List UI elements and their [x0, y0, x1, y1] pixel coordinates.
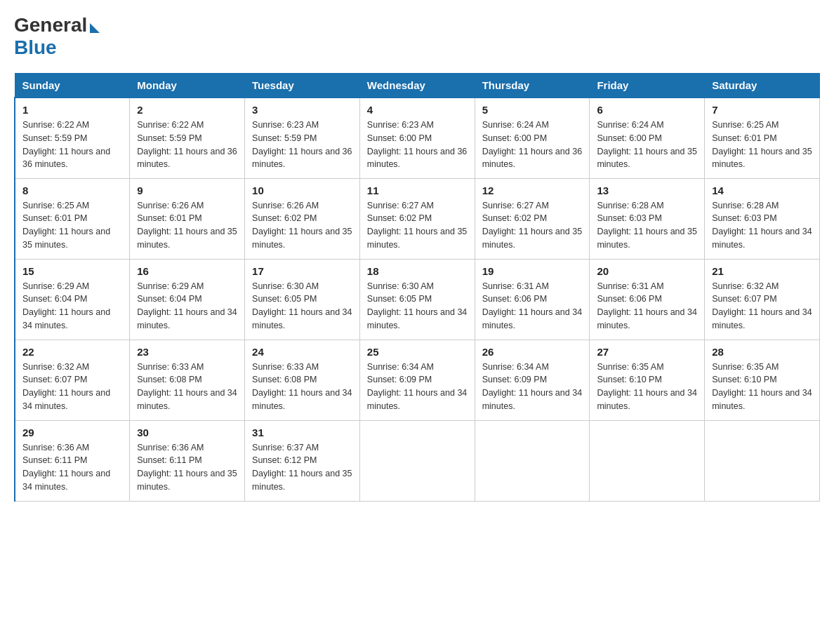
- day-number: 1: [22, 104, 122, 116]
- day-info: Sunrise: 6:22 AM Sunset: 5:59 PM Dayligh…: [137, 119, 237, 171]
- calendar-cell: 10 Sunrise: 6:26 AM Sunset: 6:02 PM Dayl…: [245, 178, 360, 259]
- day-info: Sunrise: 6:34 AM Sunset: 6:09 PM Dayligh…: [482, 361, 583, 413]
- calendar-cell: [359, 420, 475, 501]
- day-number: 10: [252, 185, 352, 196]
- day-info: Sunrise: 6:29 AM Sunset: 6:04 PM Dayligh…: [22, 280, 122, 333]
- calendar-cell: 21 Sunrise: 6:32 AM Sunset: 6:07 PM Dayl…: [705, 259, 820, 340]
- day-number: 16: [137, 265, 237, 277]
- day-number: 28: [712, 346, 812, 358]
- day-number: 6: [597, 104, 697, 116]
- day-number: 12: [482, 185, 583, 196]
- day-info: Sunrise: 6:25 AM Sunset: 6:01 PM Dayligh…: [712, 119, 812, 171]
- column-header-monday: Monday: [130, 74, 245, 98]
- day-info: Sunrise: 6:25 AM Sunset: 6:01 PM Dayligh…: [22, 199, 122, 252]
- column-header-thursday: Thursday: [475, 74, 590, 98]
- day-number: 23: [137, 346, 237, 358]
- day-info: Sunrise: 6:24 AM Sunset: 6:00 PM Dayligh…: [482, 119, 583, 171]
- day-number: 20: [597, 265, 697, 277]
- calendar-cell: 25 Sunrise: 6:34 AM Sunset: 6:09 PM Dayl…: [359, 340, 475, 420]
- calendar-cell: 4 Sunrise: 6:23 AM Sunset: 6:00 PM Dayli…: [359, 98, 475, 178]
- day-info: Sunrise: 6:36 AM Sunset: 6:11 PM Dayligh…: [137, 441, 237, 494]
- calendar-cell: 13 Sunrise: 6:28 AM Sunset: 6:03 PM Dayl…: [590, 178, 705, 259]
- calendar-cell: 27 Sunrise: 6:35 AM Sunset: 6:10 PM Dayl…: [590, 340, 705, 420]
- day-number: 18: [367, 265, 468, 277]
- day-number: 13: [597, 185, 697, 196]
- calendar-cell: 9 Sunrise: 6:26 AM Sunset: 6:01 PM Dayli…: [130, 178, 245, 259]
- day-info: Sunrise: 6:26 AM Sunset: 6:01 PM Dayligh…: [137, 199, 237, 252]
- day-number: 24: [252, 346, 352, 358]
- calendar-cell: 18 Sunrise: 6:30 AM Sunset: 6:05 PM Dayl…: [359, 259, 475, 340]
- calendar-table: SundayMondayTuesdayWednesdayThursdayFrid…: [14, 73, 820, 502]
- column-header-tuesday: Tuesday: [245, 74, 360, 98]
- calendar-cell: 7 Sunrise: 6:25 AM Sunset: 6:01 PM Dayli…: [705, 98, 820, 178]
- calendar-cell: 5 Sunrise: 6:24 AM Sunset: 6:00 PM Dayli…: [475, 98, 590, 178]
- calendar-cell: 14 Sunrise: 6:28 AM Sunset: 6:03 PM Dayl…: [705, 178, 820, 259]
- day-info: Sunrise: 6:34 AM Sunset: 6:09 PM Dayligh…: [367, 361, 468, 413]
- day-number: 7: [712, 104, 812, 116]
- calendar-cell: 8 Sunrise: 6:25 AM Sunset: 6:01 PM Dayli…: [15, 178, 130, 259]
- day-info: Sunrise: 6:28 AM Sunset: 6:03 PM Dayligh…: [712, 199, 812, 252]
- day-info: Sunrise: 6:32 AM Sunset: 6:07 PM Dayligh…: [712, 280, 812, 333]
- calendar-cell: 3 Sunrise: 6:23 AM Sunset: 5:59 PM Dayli…: [245, 98, 360, 178]
- day-number: 25: [367, 346, 468, 358]
- calendar-cell: 16 Sunrise: 6:29 AM Sunset: 6:04 PM Dayl…: [130, 259, 245, 340]
- calendar-cell: 15 Sunrise: 6:29 AM Sunset: 6:04 PM Dayl…: [15, 259, 130, 340]
- day-number: 5: [482, 104, 583, 116]
- day-info: Sunrise: 6:31 AM Sunset: 6:06 PM Dayligh…: [597, 280, 697, 333]
- calendar-cell: [705, 420, 820, 501]
- logo-general-text: General: [14, 14, 87, 36]
- calendar-cell: 26 Sunrise: 6:34 AM Sunset: 6:09 PM Dayl…: [475, 340, 590, 420]
- calendar-cell: 12 Sunrise: 6:27 AM Sunset: 6:02 PM Dayl…: [475, 178, 590, 259]
- day-info: Sunrise: 6:36 AM Sunset: 6:11 PM Dayligh…: [22, 441, 122, 494]
- day-info: Sunrise: 6:27 AM Sunset: 6:02 PM Dayligh…: [482, 199, 583, 252]
- logo-blue-text: Blue: [14, 36, 57, 59]
- day-number: 31: [252, 427, 352, 438]
- day-number: 26: [482, 346, 583, 358]
- day-info: Sunrise: 6:37 AM Sunset: 6:12 PM Dayligh…: [252, 441, 352, 494]
- calendar-cell: 29 Sunrise: 6:36 AM Sunset: 6:11 PM Dayl…: [15, 420, 130, 501]
- day-info: Sunrise: 6:32 AM Sunset: 6:07 PM Dayligh…: [22, 361, 122, 413]
- column-header-sunday: Sunday: [15, 74, 130, 98]
- calendar-cell: 2 Sunrise: 6:22 AM Sunset: 5:59 PM Dayli…: [130, 98, 245, 178]
- calendar-cell: 20 Sunrise: 6:31 AM Sunset: 6:06 PM Dayl…: [590, 259, 705, 340]
- day-number: 27: [597, 346, 697, 358]
- day-info: Sunrise: 6:35 AM Sunset: 6:10 PM Dayligh…: [597, 361, 697, 413]
- day-info: Sunrise: 6:23 AM Sunset: 5:59 PM Dayligh…: [252, 119, 352, 171]
- day-number: 22: [22, 346, 122, 358]
- calendar-cell: 30 Sunrise: 6:36 AM Sunset: 6:11 PM Dayl…: [130, 420, 245, 501]
- day-info: Sunrise: 6:27 AM Sunset: 6:02 PM Dayligh…: [367, 199, 468, 252]
- day-number: 29: [22, 427, 122, 438]
- logo-arrow-icon: [90, 23, 100, 33]
- day-number: 30: [137, 427, 237, 438]
- calendar-cell: 17 Sunrise: 6:30 AM Sunset: 6:05 PM Dayl…: [245, 259, 360, 340]
- column-header-friday: Friday: [590, 74, 705, 98]
- day-info: Sunrise: 6:24 AM Sunset: 6:00 PM Dayligh…: [597, 119, 697, 171]
- day-info: Sunrise: 6:30 AM Sunset: 6:05 PM Dayligh…: [367, 280, 468, 333]
- day-number: 8: [22, 185, 122, 196]
- calendar-cell: [590, 420, 705, 501]
- day-number: 15: [22, 265, 122, 277]
- day-info: Sunrise: 6:30 AM Sunset: 6:05 PM Dayligh…: [252, 280, 352, 333]
- calendar-cell: 31 Sunrise: 6:37 AM Sunset: 6:12 PM Dayl…: [245, 420, 360, 501]
- day-number: 21: [712, 265, 812, 277]
- calendar-cell: 28 Sunrise: 6:35 AM Sunset: 6:10 PM Dayl…: [705, 340, 820, 420]
- day-number: 4: [367, 104, 468, 116]
- page-header: General Blue: [14, 14, 820, 59]
- day-number: 11: [367, 185, 468, 196]
- day-info: Sunrise: 6:29 AM Sunset: 6:04 PM Dayligh…: [137, 280, 237, 333]
- day-info: Sunrise: 6:28 AM Sunset: 6:03 PM Dayligh…: [597, 199, 697, 252]
- column-header-wednesday: Wednesday: [359, 74, 475, 98]
- day-info: Sunrise: 6:31 AM Sunset: 6:06 PM Dayligh…: [482, 280, 583, 333]
- logo: General Blue: [14, 14, 100, 59]
- day-info: Sunrise: 6:33 AM Sunset: 6:08 PM Dayligh…: [252, 361, 352, 413]
- day-number: 17: [252, 265, 352, 277]
- calendar-cell: 1 Sunrise: 6:22 AM Sunset: 5:59 PM Dayli…: [15, 98, 130, 178]
- day-info: Sunrise: 6:22 AM Sunset: 5:59 PM Dayligh…: [22, 119, 122, 171]
- day-number: 9: [137, 185, 237, 196]
- day-info: Sunrise: 6:33 AM Sunset: 6:08 PM Dayligh…: [137, 361, 237, 413]
- day-info: Sunrise: 6:35 AM Sunset: 6:10 PM Dayligh…: [712, 361, 812, 413]
- day-number: 19: [482, 265, 583, 277]
- day-info: Sunrise: 6:23 AM Sunset: 6:00 PM Dayligh…: [367, 119, 468, 171]
- calendar-cell: 24 Sunrise: 6:33 AM Sunset: 6:08 PM Dayl…: [245, 340, 360, 420]
- day-info: Sunrise: 6:26 AM Sunset: 6:02 PM Dayligh…: [252, 199, 352, 252]
